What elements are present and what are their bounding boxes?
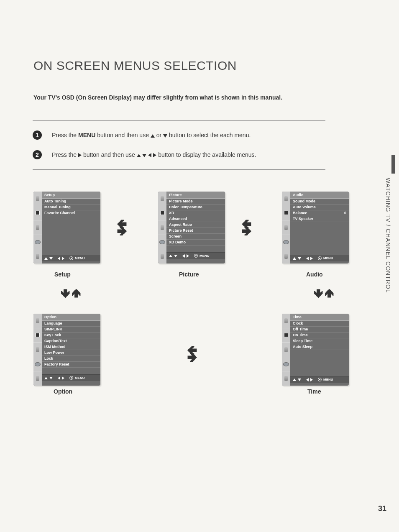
sidebar-icon <box>284 347 288 352</box>
osd-label-picture: Picture <box>179 271 199 278</box>
menu-item[interactable]: Clock <box>290 321 349 327</box>
down-arrow-icon <box>163 134 167 138</box>
down-arrow-icon <box>49 377 53 379</box>
section-tab: WATCHING TV / CHANNEL CONTROL <box>382 155 391 305</box>
up-arrow-icon <box>44 257 48 260</box>
left-arrow-icon <box>58 376 60 380</box>
text-fragment: button to select the each menu. <box>167 132 251 138</box>
menu-item[interactable]: TV Speaker <box>290 216 349 222</box>
ok-icon <box>318 378 322 381</box>
menu-item[interactable]: On Time <box>290 332 349 338</box>
right-arrow-icon <box>78 153 82 157</box>
menu-item[interactable]: Color Temperature <box>166 205 225 210</box>
text-fragment: button to display the available menus. <box>156 151 256 158</box>
menu-item[interactable]: ISM Method <box>42 344 100 350</box>
menu-item[interactable]: Caption/Text <box>42 338 100 344</box>
osd-audio: Audio Sound Mode Auto Volume Balance0 TV… <box>282 192 349 263</box>
down-arrow-icon <box>142 154 146 157</box>
footer-menu-label: MENU <box>75 376 85 380</box>
text-fragment: button and then use <box>95 132 151 138</box>
left-arrow-icon <box>182 254 185 258</box>
menu-item[interactable]: Low Power <box>42 350 100 356</box>
menu-item[interactable]: Aspect Ratio <box>166 222 225 228</box>
menu-item[interactable]: Auto Volume <box>290 205 349 210</box>
ok-icon <box>194 254 198 258</box>
sidebar-icon <box>36 318 39 323</box>
osd-label-time: Time <box>307 388 321 395</box>
left-right-arrows-icon: 🡸🡺 <box>187 347 197 361</box>
right-arrow-icon <box>310 257 313 260</box>
menu-item[interactable]: Sleep Time <box>290 338 349 344</box>
sidebar-icon <box>160 211 164 215</box>
menu-item[interactable]: Picture Reset <box>166 228 225 234</box>
sidebar-icon <box>284 211 288 215</box>
text-fragment: or <box>155 132 163 138</box>
osd-label-option: Option <box>54 388 72 395</box>
osd-sidebar <box>282 192 290 263</box>
up-arrow-icon <box>169 255 172 257</box>
menu-item[interactable]: XD Demo <box>166 240 225 246</box>
footer-menu-label: MENU <box>75 256 85 260</box>
osd-footer: MENU <box>42 255 100 261</box>
menu-item[interactable]: Language <box>42 321 100 327</box>
sidebar-icon <box>284 225 288 230</box>
osd-option: Option Language SIMPLINK Key Lock Captio… <box>33 314 100 386</box>
menu-item[interactable]: Key Lock <box>42 332 100 338</box>
menu-item[interactable]: Favorite Channel <box>42 210 100 216</box>
menu-item[interactable]: Sound Mode <box>290 199 349 205</box>
intro-text: Your TV's OSD (On Screen Display) may di… <box>33 94 282 101</box>
menu-item[interactable]: SIMPLINK <box>42 327 100 332</box>
menu-item[interactable]: XD <box>166 210 225 216</box>
osd-label-setup: Setup <box>54 271 71 278</box>
sidebar-icon <box>159 240 165 244</box>
ok-icon <box>69 376 73 380</box>
down-arrow-icon <box>174 255 177 257</box>
sidebar-icon <box>284 376 288 381</box>
right-arrow-icon <box>310 378 313 381</box>
menu-item[interactable]: Auto Tuning <box>42 199 100 205</box>
osd-setup: Setup Auto Tuning Manual Tuning Favorite… <box>33 192 100 263</box>
osd-title: Setup <box>42 192 100 199</box>
footer-menu-label: MENU <box>323 256 333 260</box>
right-arrow-icon <box>62 257 64 260</box>
sidebar-icon <box>284 196 288 201</box>
tab-marker <box>391 155 395 174</box>
sidebar-icon <box>36 376 39 381</box>
up-down-arrows-icon: 🡻🡹 <box>314 291 335 298</box>
menu-item[interactable]: Auto Sleep <box>290 344 349 350</box>
sidebar-icon <box>284 254 288 259</box>
left-arrow-icon <box>306 257 309 260</box>
up-arrow-icon <box>151 134 155 138</box>
left-arrow-icon <box>306 378 309 381</box>
sidebar-icon <box>35 362 41 366</box>
sidebar-icon <box>35 240 41 244</box>
menu-item[interactable]: Off Time <box>290 327 349 332</box>
left-right-arrows-icon: 🡸🡺 <box>117 221 127 235</box>
osd-title: Audio <box>290 192 349 199</box>
steps-block: 1 Press the MENU button and then use or … <box>33 125 325 173</box>
down-arrow-icon <box>298 379 301 381</box>
menu-item[interactable]: Advanced <box>166 216 225 222</box>
menu-item[interactable]: Manual Tuning <box>42 205 100 210</box>
menu-item[interactable]: Factory Reset <box>42 362 100 368</box>
manual-page: ON SCREEN MENUS SELECTION Your TV's OSD … <box>0 0 399 532</box>
up-down-arrows-icon: 🡻🡹 <box>61 291 82 298</box>
sidebar-icon <box>36 333 40 337</box>
step-2: 2 Press the button and then use button t… <box>33 145 325 164</box>
osd-title: Option <box>42 314 100 321</box>
menu-item-balance[interactable]: Balance0 <box>290 210 349 216</box>
sidebar-icon <box>161 254 164 259</box>
menu-item[interactable]: Screen <box>166 234 225 240</box>
divider <box>33 169 325 170</box>
menu-item[interactable]: Lock <box>42 356 100 362</box>
sidebar-icon <box>161 225 164 230</box>
sidebar-icon <box>283 240 289 244</box>
balance-value: 0 <box>344 211 346 215</box>
menu-item[interactable]: Picture Mode <box>166 199 225 205</box>
text-fragment: button and then use <box>82 151 137 158</box>
sidebar-icon <box>284 333 288 337</box>
sidebar-icon <box>284 318 288 323</box>
sidebar-icon <box>36 347 39 352</box>
up-arrow-icon <box>44 377 48 379</box>
step-1-text: Press the MENU button and then use or bu… <box>52 132 251 138</box>
